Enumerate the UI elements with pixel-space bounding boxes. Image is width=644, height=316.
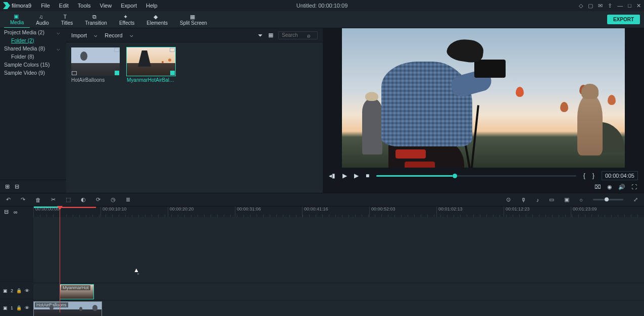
- render-pending: [60, 206, 96, 208]
- lock-icon[interactable]: 🔒: [16, 305, 22, 310]
- menu-file[interactable]: File: [36, 1, 55, 10]
- track-header-1[interactable]: ▣ 1 🔒 👁: [0, 299, 33, 316]
- keyframe-icon[interactable]: ◷: [111, 196, 116, 203]
- volume-icon[interactable]: 🔊: [618, 184, 625, 191]
- search-field[interactable]: ⌕: [278, 31, 318, 39]
- tab-splitscreen[interactable]: ▦Split Screen: [174, 11, 213, 28]
- speed-icon[interactable]: ⟳: [96, 196, 101, 203]
- track-headers: ▣ 2 🔒 👁 ▣ 1 🔒 👁: [0, 217, 33, 316]
- mixer-icon[interactable]: ♪: [536, 197, 539, 203]
- grid-view-icon[interactable]: ▦: [268, 32, 273, 38]
- minimize-icon[interactable]: —: [617, 3, 623, 9]
- snap-icon[interactable]: ▣: [564, 196, 569, 203]
- timeline-body[interactable]: ▲▫ MyanmarHot HotAirBalloons: [33, 217, 644, 316]
- dot-icon[interactable]: ○: [579, 197, 583, 203]
- eye-icon[interactable]: 👁: [25, 288, 29, 293]
- doc-timecode: 00:00:10:09: [318, 3, 348, 9]
- mail-icon[interactable]: ✉: [598, 3, 603, 9]
- undo-icon[interactable]: ↶: [6, 196, 11, 203]
- mic-icon[interactable]: 🎙: [521, 197, 526, 203]
- next-frame-button[interactable]: ▶: [354, 172, 359, 179]
- marker-icon[interactable]: ▭: [549, 196, 554, 203]
- track-2[interactable]: MyanmarHot: [33, 283, 644, 300]
- window-controls: ◇ ▢ ✉ ⇪ — □ ✕: [579, 3, 641, 9]
- timeline-ruler[interactable]: ⊟ ∞ 00:00:00:0000:00:10:1000:00:20:2000:…: [0, 206, 644, 217]
- tab-effects[interactable]: ✦Effects: [113, 11, 140, 28]
- menu-tools[interactable]: Tools: [73, 1, 95, 10]
- preview-viewport[interactable]: [342, 28, 625, 168]
- tab-elements[interactable]: ◆Elements: [140, 11, 174, 28]
- snapshot-icon[interactable]: ◉: [607, 184, 612, 191]
- menu-help[interactable]: Help: [141, 1, 162, 10]
- mark-out-button[interactable]: }: [592, 172, 595, 179]
- filter-icon[interactable]: ⏷: [258, 32, 263, 38]
- statue-shape: [577, 94, 603, 155]
- search-input[interactable]: [282, 32, 307, 38]
- color-icon[interactable]: ◐: [81, 196, 86, 203]
- logo-icon: [3, 2, 10, 9]
- chevron-down-icon: ⌵: [130, 32, 133, 38]
- import-dropdown[interactable]: Import⌵: [71, 32, 97, 38]
- delete-icon[interactable]: 🗑: [35, 197, 41, 203]
- menu-export[interactable]: Export: [116, 1, 141, 10]
- tab-media[interactable]: ▣Media: [4, 11, 30, 28]
- balloon-icon: [560, 102, 568, 112]
- cut-icon[interactable]: ✂: [51, 196, 56, 203]
- sidebar-item-folder-8[interactable]: Folder (8): [0, 52, 66, 61]
- redo-icon[interactable]: ↷: [21, 196, 25, 203]
- new-folder-icon[interactable]: ⊞: [5, 183, 10, 190]
- mark-in-button[interactable]: {: [583, 172, 585, 179]
- playhead[interactable]: [60, 206, 60, 312]
- media-clip[interactable]: HotAirBalloons: [71, 47, 120, 83]
- preview-progress[interactable]: [376, 175, 576, 177]
- sidebar-item-folder-2[interactable]: Folder (2): [0, 36, 66, 44]
- document-title: Untitled: 00:00:10:09: [296, 3, 348, 9]
- save-icon[interactable]: ▢: [588, 3, 593, 9]
- cut-track-icon[interactable]: ⊟: [4, 208, 9, 215]
- mouse-cursor: ▲▫: [133, 267, 141, 274]
- maximize-icon[interactable]: □: [628, 3, 631, 9]
- prev-frame-button[interactable]: ◂▮: [329, 172, 335, 179]
- chevron-down-icon: ⌵: [57, 45, 60, 51]
- search-icon[interactable]: ⌕: [307, 32, 311, 38]
- ruler-head: ⊟ ∞: [0, 206, 33, 217]
- workspace: Project Media (2)⌵ Folder (2) Shared Med…: [0, 28, 644, 193]
- sidebar-item-project-media[interactable]: Project Media (2)⌵: [0, 28, 66, 36]
- track-header-2[interactable]: ▣ 2 🔒 👁: [0, 282, 33, 299]
- sidebar-item-sample-video[interactable]: Sample Video (9): [0, 69, 66, 77]
- play-button[interactable]: ▶: [342, 172, 347, 179]
- sidebar-item-sample-colors[interactable]: Sample Colors (15): [0, 61, 66, 69]
- tab-transition[interactable]: ⧉Transition: [79, 11, 113, 28]
- render-icon[interactable]: ⊙: [506, 196, 511, 203]
- link-icon[interactable]: ∞: [14, 209, 18, 215]
- ruler-track[interactable]: 00:00:00:0000:00:10:1000:00:20:2000:00:3…: [33, 206, 644, 217]
- tab-titles[interactable]: TTitles: [55, 11, 79, 28]
- stop-button[interactable]: ■: [366, 172, 369, 179]
- record-dropdown[interactable]: Record⌵: [105, 32, 133, 38]
- timeline-clip[interactable]: MyanmarHot: [60, 284, 94, 299]
- crop-icon[interactable]: ⬚: [66, 196, 71, 203]
- lock-icon[interactable]: 🔒: [16, 288, 22, 293]
- transition-icon: ⧉: [92, 14, 100, 20]
- zoom-fit-icon[interactable]: ⤢: [633, 196, 638, 203]
- delete-folder-icon[interactable]: ⊟: [15, 183, 19, 190]
- upload-icon[interactable]: ⇪: [608, 3, 612, 9]
- capture-icon[interactable]: ⌧: [595, 184, 601, 191]
- tab-audio[interactable]: ♫Audio: [30, 11, 55, 28]
- track-1[interactable]: HotAirBalloons: [33, 300, 644, 316]
- user-icon[interactable]: ◇: [579, 3, 583, 9]
- export-button[interactable]: EXPORT: [607, 15, 640, 24]
- doc-name: Untitled:: [296, 3, 317, 9]
- track-label: 2: [11, 288, 13, 293]
- balloon-icon: [516, 87, 524, 97]
- zoom-slider[interactable]: [593, 199, 623, 200]
- close-icon[interactable]: ✕: [636, 3, 641, 9]
- timeline-clip[interactable]: HotAirBalloons: [33, 301, 102, 316]
- fullscreen-icon[interactable]: ⛶: [631, 184, 637, 191]
- eye-icon[interactable]: 👁: [25, 305, 29, 310]
- sidebar-item-shared-media[interactable]: Shared Media (8)⌵: [0, 44, 66, 52]
- menu-view[interactable]: View: [95, 1, 117, 10]
- menu-edit[interactable]: Edit: [55, 1, 73, 10]
- detach-icon[interactable]: ≣: [126, 196, 130, 203]
- media-clip[interactable]: MyanmarHotAirBalloons5: [127, 47, 175, 83]
